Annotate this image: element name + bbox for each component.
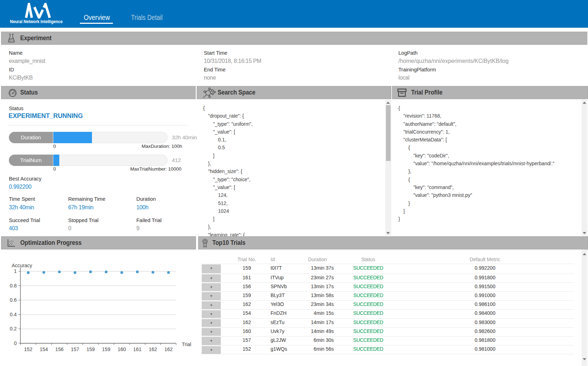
svg-text:159: 159: [86, 346, 95, 352]
svg-text:0.4: 0.4: [10, 312, 17, 317]
svg-text:162: 162: [149, 346, 157, 352]
svg-text:161: 161: [133, 346, 142, 352]
svg-text:0: 0: [14, 340, 17, 346]
svg-text:Trial: Trial: [182, 341, 191, 347]
svg-text:152: 152: [24, 346, 33, 352]
svg-text:0.2: 0.2: [10, 326, 17, 332]
svg-text:162: 162: [164, 346, 173, 352]
svg-text:157: 157: [71, 346, 80, 352]
svg-text:0.6: 0.6: [10, 297, 17, 303]
svg-text:154: 154: [40, 346, 48, 352]
svg-text:0.8: 0.8: [10, 283, 17, 289]
svg-text:159: 159: [102, 346, 110, 352]
svg-text:Accuracy: Accuracy: [12, 263, 32, 268]
svg-text:156: 156: [55, 346, 64, 352]
svg-text:1: 1: [14, 268, 17, 274]
svg-text:160: 160: [118, 346, 126, 352]
